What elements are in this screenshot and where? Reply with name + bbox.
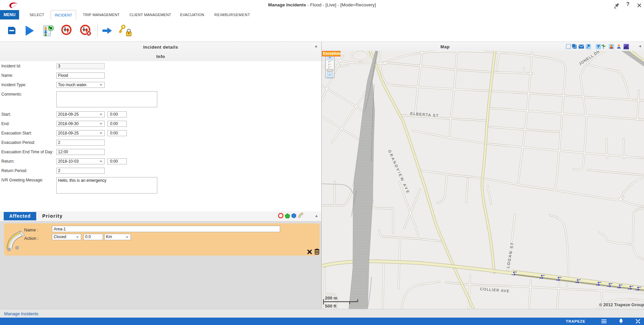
svg-text:200 m: 200 m [325,295,337,301]
svg-text:© 2012 Trapeze Group: © 2012 Trapeze Group [599,302,644,307]
svg-text:500 ft: 500 ft [325,304,337,309]
